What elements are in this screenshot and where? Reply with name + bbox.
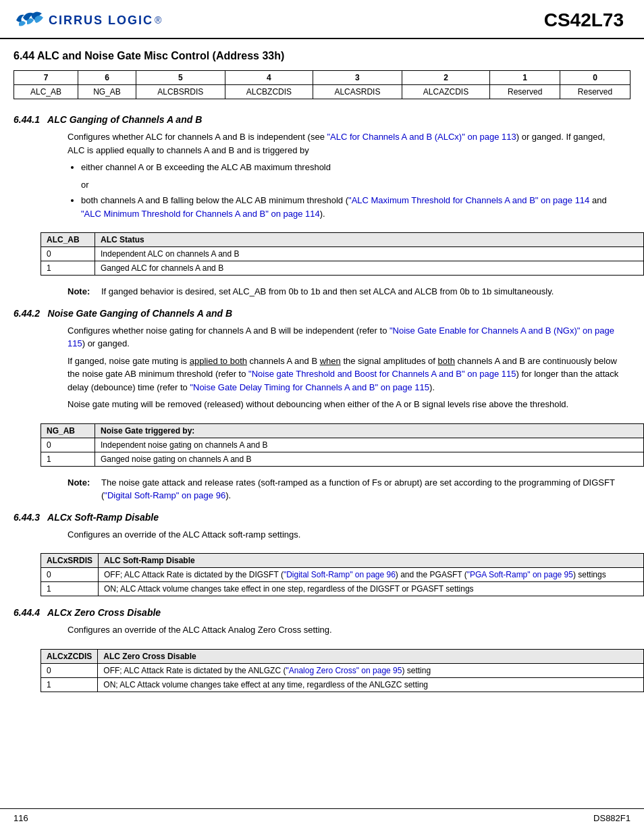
bit-3: 3: [313, 71, 402, 85]
641-note-text: If ganged behavior is desired, set ALC_A…: [101, 285, 624, 298]
641-table-header-val: ALC Status: [95, 233, 644, 247]
field-alcazcdis: ALCAZCDIS: [402, 85, 489, 99]
643-link1[interactable]: "Digital Soft-Ramp" on page 96: [284, 570, 396, 579]
643-row1-key: 1: [41, 582, 99, 596]
643-table: ALCxSRDIS ALC Soft-Ramp Disable 0 OFF; A…: [41, 553, 644, 596]
641-table-header-key: ALC_AB: [41, 233, 95, 247]
642-note-label: Note:: [68, 476, 101, 502]
table-row: 1 Ganged ALC for channels A and B: [41, 261, 644, 276]
644-row0-key: 0: [41, 663, 98, 677]
643-para1: Configures an override of the ALC Attack…: [68, 528, 624, 542]
641-bullet-list: either channel A or B exceeding the ALC …: [81, 161, 624, 174]
bit-6: 6: [78, 71, 136, 85]
register-table: 7 6 5 4 3 2 1 0 ALC_AB NG_AB ALCBSRDIS A…: [14, 70, 630, 99]
642-link2[interactable]: "Noise gate Threshold and Boost for Chan…: [248, 369, 516, 379]
641-para1: Configures whether ALC for channels A an…: [68, 130, 624, 157]
642-underline2: when: [320, 356, 341, 366]
641-note-label: Note:: [68, 285, 101, 298]
subsection-641-title: 6.44.1 ALC Ganging of Channels A and B: [0, 109, 644, 128]
table-row: 0 OFF; ALC Attack Rate is dictated by th…: [41, 663, 644, 677]
641-table: ALC_AB ALC Status 0 Independent ALC on c…: [41, 232, 644, 276]
642-table: NG_AB Noise Gate triggered by: 0 Indepen…: [41, 423, 644, 467]
subsection-643-title: 6.44.3 ALCx Soft-Ramp Disable: [0, 506, 644, 525]
bit-2: 2: [402, 71, 489, 85]
section-title: 6.44 ALC and Noise Gate Misc Control (Ad…: [0, 46, 644, 66]
642-row1-key: 1: [41, 452, 95, 466]
field-alcbsrdis: ALCBSRDIS: [136, 85, 225, 99]
642-table-header-key: NG_AB: [41, 423, 95, 438]
641-link1[interactable]: "ALC for Channels A and B (ALCx)" on pag…: [327, 132, 516, 142]
643-table-header-val: ALC Soft-Ramp Disable: [99, 554, 644, 568]
642-note-link[interactable]: "Digital Soft-Ramp" on page 96: [104, 490, 225, 500]
642-note-text: The noise gate attack and release rates …: [101, 476, 624, 502]
subsection-642-title: 6.44.2 Noise Gate Ganging of Channels A …: [0, 303, 644, 321]
642-underline3: both: [438, 356, 455, 366]
644-link1[interactable]: "Analog Zero Cross" on page 95: [286, 666, 402, 675]
subsection-642-content: Configures whether noise gating for chan…: [0, 321, 644, 418]
641-row0-key: 0: [41, 247, 95, 261]
644-table-header-val: ALC Zero Cross Disable: [98, 649, 644, 663]
641-link3[interactable]: "ALC Minimum Threshold for Channels A an…: [81, 209, 320, 219]
642-row1-val: Ganged noise gating on channels A and B: [95, 452, 644, 466]
641-link2[interactable]: "ALC Maximum Threshold for Channels A an…: [348, 195, 589, 205]
641-row1-val: Ganged ALC for channels A and B: [95, 261, 644, 276]
642-link3[interactable]: "Noise Gate Delay Timing for Channels A …: [190, 382, 429, 392]
642-row0-val: Independent noise gating on channels A a…: [95, 438, 644, 452]
641-bullet1: either channel A or B exceeding the ALC …: [81, 161, 624, 174]
bit-5: 5: [136, 71, 225, 85]
643-table-header-key: ALCxSRDIS: [41, 554, 99, 568]
641-note: Note: If ganged behavior is desired, set…: [0, 281, 644, 303]
table-row: 1 Ganged noise gating on channels A and …: [41, 452, 644, 466]
641-bullet2: both channels A and B falling below the …: [81, 194, 624, 220]
table-row: 1 ON; ALC Attack volume changes take eff…: [41, 582, 644, 596]
644-row1-key: 1: [41, 677, 98, 692]
field-alcbzcdis: ALCBZCDIS: [225, 85, 313, 99]
643-row0-key: 0: [41, 568, 99, 582]
642-note: Note: The noise gate attack and release …: [0, 472, 644, 506]
641-bullet2-list: both channels A and B falling below the …: [81, 194, 624, 220]
page: CIRRUS LOGIC ® CS42L73 6.44 ALC and Nois…: [0, 0, 644, 834]
644-row0-val: OFF; ALC Attack Rate is dictated by the …: [98, 663, 644, 677]
643-row1-val: ON; ALC Attack volume changes take effec…: [99, 582, 644, 596]
bit-0: 0: [560, 71, 630, 85]
page-number: 116: [14, 813, 28, 823]
642-underline1: applied to both: [190, 356, 247, 366]
642-para3: Noise gate muting will be removed (relea…: [68, 398, 624, 411]
642-row0-key: 0: [41, 438, 95, 452]
641-row0-val: Independent ALC on channels A and B: [95, 247, 644, 261]
subsection-644-content: Configures an override of the ALC Attack…: [0, 621, 644, 644]
cirrus-logic-logo-icon: [14, 8, 49, 32]
bit-7: 7: [14, 71, 78, 85]
field-reserved-0: Reserved: [560, 85, 630, 99]
page-footer: 116 DS882F1: [0, 808, 644, 823]
registered-mark: ®: [155, 15, 161, 26]
642-para1: Configures whether noise gating for chan…: [68, 324, 624, 350]
subsection-644-title: 6.44.4 ALCx Zero Cross Disable: [0, 602, 644, 621]
doc-id: DS882F1: [593, 813, 630, 823]
642-link1[interactable]: "Noise Gate Enable for Channels A and B …: [68, 325, 614, 349]
logo-text: CIRRUS LOGIC: [49, 14, 153, 28]
field-reserved-1: Reserved: [490, 85, 560, 99]
table-row: 0 OFF; ALC Attack Rate is dictated by th…: [41, 568, 644, 582]
644-table: ALCxZCDIS ALC Zero Cross Disable 0 OFF; …: [41, 649, 644, 692]
641-or: or: [81, 178, 624, 192]
641-row1-key: 1: [41, 261, 95, 276]
table-row: 1 ON; ALC Attack volume changes take eff…: [41, 677, 644, 692]
642-para2: If ganged, noise gate muting is applied …: [68, 355, 624, 394]
bit-1: 1: [490, 71, 560, 85]
field-ng-ab: NG_AB: [78, 85, 136, 99]
subsection-641-content: Configures whether ALC for channels A an…: [0, 128, 644, 227]
table-row: 0 Independent ALC on channels A and B: [41, 247, 644, 261]
table-row: 0 Independent noise gating on channels A…: [41, 438, 644, 452]
subsection-643-content: Configures an override of the ALC Attack…: [0, 525, 644, 548]
644-row1-val: ON; ALC Attack volume changes take effec…: [98, 677, 644, 692]
bit-4: 4: [225, 71, 313, 85]
page-header: CIRRUS LOGIC ® CS42L73: [0, 0, 644, 39]
643-link2[interactable]: "PGA Soft-Ramp" on page 95: [467, 570, 573, 579]
644-table-header-key: ALCxZCDIS: [41, 649, 98, 663]
643-row0-val: OFF; ALC Attack Rate is dictated by the …: [99, 568, 644, 582]
logo-area: CIRRUS LOGIC ®: [14, 8, 161, 32]
chip-id: CS42L73: [544, 9, 624, 31]
642-table-header-val: Noise Gate triggered by:: [95, 423, 644, 438]
644-para1: Configures an override of the ALC Attack…: [68, 623, 624, 637]
